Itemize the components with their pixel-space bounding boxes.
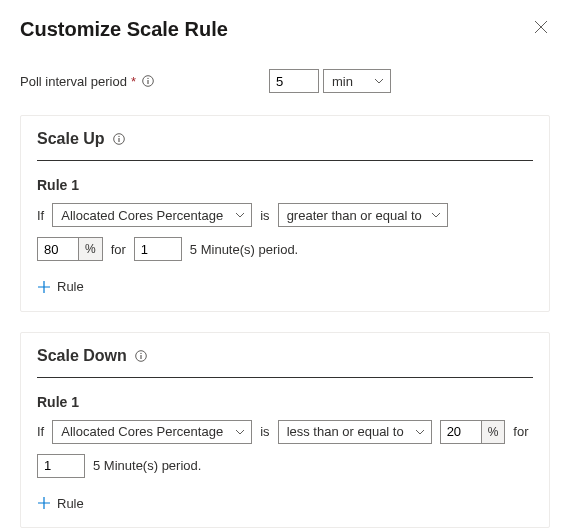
- svg-point-4: [118, 136, 119, 137]
- period-suffix: 5 Minute(s) period.: [93, 458, 201, 473]
- chevron-down-icon: [374, 78, 384, 84]
- period-input[interactable]: [37, 454, 85, 478]
- add-rule-button[interactable]: Rule: [37, 279, 84, 294]
- scale-down-title: Scale Down: [37, 347, 127, 365]
- poll-unit-value: min: [332, 74, 353, 89]
- scale-up-title: Scale Up: [37, 130, 105, 148]
- info-icon[interactable]: [113, 133, 125, 145]
- info-icon[interactable]: [142, 75, 154, 87]
- operator-select[interactable]: less than or equal to: [278, 420, 432, 444]
- if-text: If: [37, 208, 44, 223]
- info-icon[interactable]: [135, 350, 147, 362]
- percent-unit: %: [481, 421, 505, 443]
- chevron-down-icon: [431, 212, 441, 218]
- percent-unit: %: [78, 238, 102, 260]
- is-text: is: [260, 208, 269, 223]
- operator-value: less than or equal to: [287, 424, 404, 439]
- poll-interval-label: Poll interval period: [20, 74, 127, 89]
- metric-value: Allocated Cores Percentage: [61, 208, 223, 223]
- chevron-down-icon: [235, 212, 245, 218]
- chevron-down-icon: [235, 429, 245, 435]
- add-rule-button[interactable]: Rule: [37, 496, 84, 511]
- scale-up-card: Scale Up Rule 1 If Allocated Cores Perce…: [20, 115, 550, 312]
- add-rule-label: Rule: [57, 496, 84, 511]
- operator-select[interactable]: greater than or equal to: [278, 203, 448, 227]
- svg-rect-2: [147, 80, 148, 84]
- required-marker: *: [131, 74, 136, 89]
- threshold-input[interactable]: [441, 421, 481, 443]
- chevron-down-icon: [415, 429, 425, 435]
- rule-label: Rule 1: [37, 394, 533, 410]
- poll-interval-input[interactable]: [269, 69, 319, 93]
- svg-point-7: [140, 352, 141, 353]
- page-title: Customize Scale Rule: [20, 18, 228, 41]
- rule-label: Rule 1: [37, 177, 533, 193]
- for-text: for: [111, 242, 126, 257]
- period-suffix: 5 Minute(s) period.: [190, 242, 298, 257]
- threshold-wrap: %: [440, 420, 506, 444]
- svg-point-1: [147, 78, 148, 79]
- period-input[interactable]: [134, 237, 182, 261]
- close-icon[interactable]: [532, 18, 550, 36]
- plus-icon: [37, 496, 51, 510]
- scale-down-card: Scale Down Rule 1 If Allocated Cores Per…: [20, 332, 550, 529]
- is-text: is: [260, 424, 269, 439]
- operator-value: greater than or equal to: [287, 208, 422, 223]
- svg-rect-8: [140, 355, 141, 359]
- threshold-wrap: %: [37, 237, 103, 261]
- svg-rect-5: [118, 138, 119, 142]
- threshold-input[interactable]: [38, 238, 78, 260]
- poll-unit-select[interactable]: min: [323, 69, 391, 93]
- add-rule-label: Rule: [57, 279, 84, 294]
- plus-icon: [37, 280, 51, 294]
- if-text: If: [37, 424, 44, 439]
- metric-select[interactable]: Allocated Cores Percentage: [52, 420, 252, 444]
- metric-select[interactable]: Allocated Cores Percentage: [52, 203, 252, 227]
- metric-value: Allocated Cores Percentage: [61, 424, 223, 439]
- for-text: for: [513, 424, 528, 439]
